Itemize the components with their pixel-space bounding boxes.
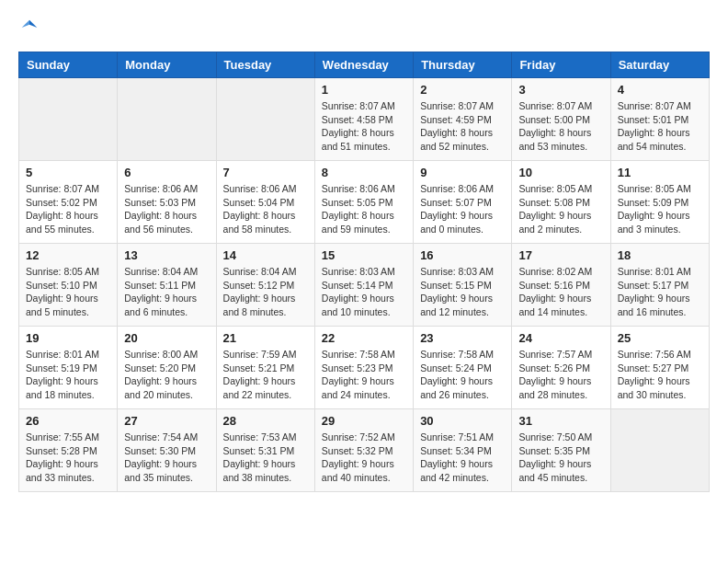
calendar-week-row: 26Sunrise: 7:55 AM Sunset: 5:28 PM Dayli… <box>19 409 710 492</box>
day-number: 2 <box>420 83 505 97</box>
day-number: 14 <box>223 248 308 262</box>
calendar-cell: 31Sunrise: 7:50 AM Sunset: 5:35 PM Dayli… <box>512 409 610 492</box>
day-info: Sunrise: 7:58 AM Sunset: 5:23 PM Dayligh… <box>322 348 406 402</box>
calendar-cell: 11Sunrise: 8:05 AM Sunset: 5:09 PM Dayli… <box>610 161 709 244</box>
logo <box>18 18 39 37</box>
day-info: Sunrise: 8:05 AM Sunset: 5:09 PM Dayligh… <box>618 182 702 236</box>
day-number: 12 <box>26 248 110 262</box>
day-number: 4 <box>618 83 702 97</box>
day-number: 20 <box>124 331 209 345</box>
calendar-cell: 30Sunrise: 7:51 AM Sunset: 5:34 PM Dayli… <box>414 409 512 492</box>
calendar-cell: 27Sunrise: 7:54 AM Sunset: 5:30 PM Dayli… <box>118 409 216 492</box>
day-info: Sunrise: 8:04 AM Sunset: 5:12 PM Dayligh… <box>223 265 308 319</box>
day-number: 31 <box>518 414 603 428</box>
calendar-cell: 6Sunrise: 8:06 AM Sunset: 5:03 PM Daylig… <box>118 161 216 244</box>
day-info: Sunrise: 7:59 AM Sunset: 5:21 PM Dayligh… <box>223 348 308 402</box>
calendar-cell: 2Sunrise: 8:07 AM Sunset: 4:59 PM Daylig… <box>414 78 512 161</box>
day-number: 8 <box>322 166 406 179</box>
calendar-cell: 4Sunrise: 8:07 AM Sunset: 5:01 PM Daylig… <box>610 78 709 161</box>
calendar-cell: 3Sunrise: 8:07 AM Sunset: 5:00 PM Daylig… <box>512 78 610 161</box>
day-info: Sunrise: 8:05 AM Sunset: 5:10 PM Dayligh… <box>26 265 110 319</box>
day-number: 10 <box>518 166 603 179</box>
calendar-cell: 28Sunrise: 7:53 AM Sunset: 5:31 PM Dayli… <box>216 409 314 492</box>
calendar-header-row: SundayMondayTuesdayWednesdayThursdayFrid… <box>19 52 710 78</box>
day-info: Sunrise: 7:54 AM Sunset: 5:30 PM Dayligh… <box>124 431 209 485</box>
weekday-header-wednesday: Wednesday <box>314 52 413 78</box>
calendar-cell: 14Sunrise: 8:04 AM Sunset: 5:12 PM Dayli… <box>216 244 314 327</box>
calendar-cell: 18Sunrise: 8:01 AM Sunset: 5:17 PM Dayli… <box>610 244 709 327</box>
day-number: 27 <box>124 414 209 428</box>
day-info: Sunrise: 8:01 AM Sunset: 5:17 PM Dayligh… <box>618 265 702 319</box>
day-number: 11 <box>618 166 702 179</box>
day-number: 26 <box>26 414 110 428</box>
day-number: 21 <box>223 331 308 345</box>
calendar-cell: 13Sunrise: 8:04 AM Sunset: 5:11 PM Dayli… <box>118 244 216 327</box>
calendar-cell: 24Sunrise: 7:57 AM Sunset: 5:26 PM Dayli… <box>512 327 610 409</box>
weekday-header-thursday: Thursday <box>414 52 512 78</box>
day-number: 16 <box>420 248 505 262</box>
calendar-week-row: 12Sunrise: 8:05 AM Sunset: 5:10 PM Dayli… <box>19 244 710 327</box>
calendar-cell: 16Sunrise: 8:03 AM Sunset: 5:15 PM Dayli… <box>414 244 512 327</box>
day-info: Sunrise: 7:51 AM Sunset: 5:34 PM Dayligh… <box>420 431 505 485</box>
calendar-cell <box>216 78 314 161</box>
calendar-cell: 19Sunrise: 8:01 AM Sunset: 5:19 PM Dayli… <box>19 327 118 409</box>
calendar-cell: 7Sunrise: 8:06 AM Sunset: 5:04 PM Daylig… <box>216 161 314 244</box>
day-number: 3 <box>518 83 603 97</box>
day-info: Sunrise: 7:56 AM Sunset: 5:27 PM Dayligh… <box>618 348 702 402</box>
calendar-week-row: 5Sunrise: 8:07 AM Sunset: 5:02 PM Daylig… <box>19 161 710 244</box>
day-number: 6 <box>124 166 209 179</box>
day-info: Sunrise: 8:06 AM Sunset: 5:05 PM Dayligh… <box>322 182 406 236</box>
day-info: Sunrise: 8:00 AM Sunset: 5:20 PM Dayligh… <box>124 348 209 402</box>
day-number: 19 <box>26 331 110 345</box>
day-info: Sunrise: 8:04 AM Sunset: 5:11 PM Dayligh… <box>124 265 209 319</box>
calendar-cell: 29Sunrise: 7:52 AM Sunset: 5:32 PM Dayli… <box>314 409 413 492</box>
day-info: Sunrise: 7:57 AM Sunset: 5:26 PM Dayligh… <box>518 348 603 402</box>
calendar-week-row: 1Sunrise: 8:07 AM Sunset: 4:58 PM Daylig… <box>19 78 710 161</box>
day-info: Sunrise: 8:01 AM Sunset: 5:19 PM Dayligh… <box>26 348 110 402</box>
day-number: 1 <box>322 83 406 97</box>
day-number: 13 <box>124 248 209 262</box>
calendar-cell: 15Sunrise: 8:03 AM Sunset: 5:14 PM Dayli… <box>314 244 413 327</box>
weekday-header-saturday: Saturday <box>610 52 709 78</box>
calendar-cell: 20Sunrise: 8:00 AM Sunset: 5:20 PM Dayli… <box>118 327 216 409</box>
day-info: Sunrise: 7:50 AM Sunset: 5:35 PM Dayligh… <box>518 431 603 485</box>
weekday-header-monday: Monday <box>118 52 216 78</box>
calendar-cell: 23Sunrise: 7:58 AM Sunset: 5:24 PM Dayli… <box>414 327 512 409</box>
day-info: Sunrise: 8:07 AM Sunset: 5:02 PM Dayligh… <box>26 182 110 236</box>
calendar-cell <box>19 78 118 161</box>
day-info: Sunrise: 7:53 AM Sunset: 5:31 PM Dayligh… <box>223 431 308 485</box>
day-info: Sunrise: 8:02 AM Sunset: 5:16 PM Dayligh… <box>518 265 603 319</box>
calendar-table: SundayMondayTuesdayWednesdayThursdayFrid… <box>18 52 710 492</box>
day-number: 18 <box>618 248 702 262</box>
day-number: 5 <box>26 166 110 179</box>
day-number: 25 <box>618 331 702 345</box>
day-info: Sunrise: 8:07 AM Sunset: 5:01 PM Dayligh… <box>618 99 702 154</box>
calendar-cell: 25Sunrise: 7:56 AM Sunset: 5:27 PM Dayli… <box>610 327 709 409</box>
day-info: Sunrise: 8:07 AM Sunset: 4:58 PM Dayligh… <box>322 99 406 154</box>
calendar-cell: 8Sunrise: 8:06 AM Sunset: 5:05 PM Daylig… <box>314 161 413 244</box>
day-info: Sunrise: 8:05 AM Sunset: 5:08 PM Dayligh… <box>518 182 603 236</box>
day-info: Sunrise: 8:03 AM Sunset: 5:14 PM Dayligh… <box>322 265 406 319</box>
calendar-cell: 22Sunrise: 7:58 AM Sunset: 5:23 PM Dayli… <box>314 327 413 409</box>
day-info: Sunrise: 8:07 AM Sunset: 4:59 PM Dayligh… <box>420 99 505 154</box>
page-header <box>18 18 710 37</box>
day-number: 28 <box>223 414 308 428</box>
calendar-cell: 9Sunrise: 8:06 AM Sunset: 5:07 PM Daylig… <box>414 161 512 244</box>
calendar-cell: 26Sunrise: 7:55 AM Sunset: 5:28 PM Dayli… <box>19 409 118 492</box>
day-info: Sunrise: 8:06 AM Sunset: 5:07 PM Dayligh… <box>420 182 505 236</box>
day-number: 17 <box>518 248 603 262</box>
day-info: Sunrise: 8:06 AM Sunset: 5:03 PM Dayligh… <box>124 182 209 236</box>
weekday-header-friday: Friday <box>512 52 610 78</box>
day-number: 9 <box>420 166 505 179</box>
calendar-cell <box>118 78 216 161</box>
day-info: Sunrise: 7:58 AM Sunset: 5:24 PM Dayligh… <box>420 348 505 402</box>
day-number: 7 <box>223 166 308 179</box>
calendar-cell: 12Sunrise: 8:05 AM Sunset: 5:10 PM Dayli… <box>19 244 118 327</box>
calendar-cell <box>610 409 709 492</box>
day-info: Sunrise: 7:55 AM Sunset: 5:28 PM Dayligh… <box>26 431 110 485</box>
day-number: 29 <box>322 414 406 428</box>
calendar-week-row: 19Sunrise: 8:01 AM Sunset: 5:19 PM Dayli… <box>19 327 710 409</box>
calendar-cell: 1Sunrise: 8:07 AM Sunset: 4:58 PM Daylig… <box>314 78 413 161</box>
calendar-cell: 5Sunrise: 8:07 AM Sunset: 5:02 PM Daylig… <box>19 161 118 244</box>
day-number: 15 <box>322 248 406 262</box>
